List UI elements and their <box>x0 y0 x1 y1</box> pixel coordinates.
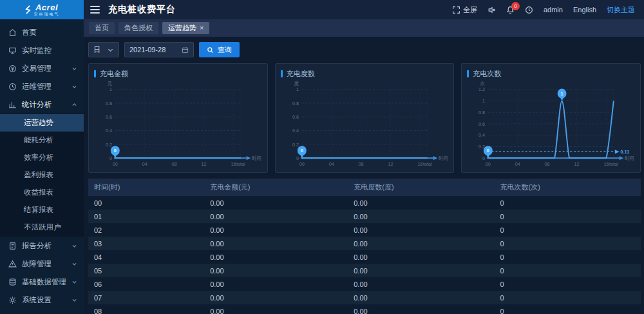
query-button[interactable]: 查询 <box>199 42 240 57</box>
table-cell: 0.00 <box>204 250 348 264</box>
sidebar-subitem-4-2[interactable]: 效率分析 <box>0 149 84 166</box>
tab-close-icon[interactable]: × <box>200 25 204 32</box>
table-row[interactable]: 020.000.000 <box>88 223 641 237</box>
notifications-button[interactable]: 0 <box>506 6 515 14</box>
table-cell: 0.00 <box>348 277 494 291</box>
theme-switch-button[interactable]: 切换主题 <box>607 5 635 15</box>
svg-text:1: 1 <box>109 86 112 92</box>
title-bar-icon <box>94 70 96 77</box>
date-input[interactable]: 2021-09-28 <box>124 42 194 57</box>
svg-text:0: 0 <box>109 155 112 161</box>
chevron-down-icon <box>107 46 114 54</box>
clock-icon <box>8 83 17 91</box>
svg-text:0: 0 <box>114 148 117 153</box>
chevron-down-icon <box>71 261 77 267</box>
table-cell: 0 <box>495 237 641 250</box>
table-cell: 0.00 <box>348 237 494 250</box>
stats-icon <box>8 101 17 109</box>
sidebar-item-0[interactable]: 首页 <box>0 23 84 41</box>
sidebar-item-label: 首页 <box>22 28 37 37</box>
home-icon <box>8 28 17 37</box>
sidebar-item-label: 基础数据管理 <box>22 277 66 287</box>
table-cell: 0.00 <box>348 250 494 264</box>
svg-text:0: 0 <box>487 148 489 153</box>
sidebar-subitem-4-1[interactable]: 能耗分析 <box>0 132 84 149</box>
table-row[interactable]: 070.000.000 <box>88 291 641 304</box>
table-row[interactable]: 010.000.000 <box>88 210 641 223</box>
svg-text:00: 00 <box>113 161 118 166</box>
table-cell: 0.00 <box>204 277 348 291</box>
title-bar-icon <box>467 70 469 77</box>
svg-text:total: total <box>423 161 432 166</box>
svg-text:0.8: 0.8 <box>292 100 299 106</box>
table-row[interactable]: 060.000.000 <box>88 277 641 291</box>
svg-text:04: 04 <box>515 161 520 166</box>
sidebar-item-4[interactable]: 统计分析 <box>0 95 84 113</box>
sidebar-item-8[interactable]: 系统设置 <box>0 291 84 309</box>
tab-label: 角色授权 <box>124 23 153 33</box>
sidebar-item-7[interactable]: 基础数据管理 <box>0 273 84 291</box>
brand-subtitle: 安科瑞电气 <box>34 12 60 16</box>
notification-badge: 0 <box>511 2 520 10</box>
table-row[interactable]: 040.000.000 <box>88 250 641 264</box>
svg-text:1: 1 <box>482 98 485 104</box>
table-cell: 0.00 <box>204 304 348 314</box>
tab-1[interactable]: 角色授权 <box>118 22 158 34</box>
sidebar-subitem-4-6[interactable]: 不活跃用户 <box>0 219 84 236</box>
table-cell: 01 <box>88 210 204 223</box>
brand-name: Acrel <box>35 3 58 12</box>
user-menu[interactable]: admin <box>544 6 563 14</box>
table-cell: 0.00 <box>348 291 494 304</box>
sidebar-subitem-4-3[interactable]: 盈利报表 <box>0 166 84 184</box>
period-select[interactable]: 日 <box>88 42 119 57</box>
hourly-data-table: 时间(时)充电金额(元)充电度数(度)充电次数(次) 000.000.00001… <box>88 179 641 314</box>
sidebar-item-6[interactable]: 故障管理 <box>0 255 84 273</box>
svg-text:04: 04 <box>142 161 147 166</box>
monitor-icon <box>8 46 17 55</box>
sidebar-item-5[interactable]: 报告分析 <box>0 237 84 255</box>
table-row[interactable]: 030.000.000 <box>88 237 641 250</box>
fullscreen-button[interactable]: 全屏 <box>452 5 477 15</box>
svg-text:16: 16 <box>417 161 422 166</box>
table-cell: 0.00 <box>348 304 494 314</box>
table-row[interactable]: 000.000.000 <box>88 196 641 210</box>
svg-text:元: 元 <box>108 81 113 86</box>
language-switcher[interactable]: English <box>573 6 596 14</box>
acrel-logo-icon <box>24 5 32 14</box>
history-button[interactable] <box>525 6 533 14</box>
sidebar-item-3[interactable]: 运维管理 <box>0 77 84 95</box>
sidebar-item-9[interactable]: 日志管理 <box>0 309 84 314</box>
svg-text:0: 0 <box>296 155 299 161</box>
sound-button[interactable] <box>488 6 496 14</box>
svg-text:12: 12 <box>574 161 580 166</box>
tab-0[interactable]: 首页 <box>89 22 115 34</box>
svg-text:08: 08 <box>358 161 363 166</box>
table-cell: 0.00 <box>204 223 348 237</box>
sidebar-subitem-4-4[interactable]: 收益报表 <box>0 184 84 201</box>
table-row[interactable]: 050.000.000 <box>88 264 641 277</box>
table-cell: 03 <box>88 237 204 250</box>
chart-panel-1: 充电度数00.20.40.60.81度时间0004081216total 0 <box>275 63 455 173</box>
svg-text:时间: 时间 <box>252 155 261 161</box>
line-chart: 00.20.40.60.81元时间0004081216total 0 <box>94 79 263 172</box>
sidebar-subitem-4-5[interactable]: 结算报表 <box>0 201 84 219</box>
table-cell: 0.00 <box>204 210 348 223</box>
app-root: Acrel 安科瑞电气 首页实时监控交易管理运维管理统计分析运营趋势能耗分析效率… <box>0 0 644 314</box>
hourly-table-wrap: 时间(时)充电金额(元)充电度数(度)充电次数(次) 000.000.00001… <box>88 179 641 314</box>
table-cell: 0.00 <box>348 210 494 223</box>
table-cell: 0.00 <box>348 196 494 210</box>
sidebar-item-2[interactable]: 交易管理 <box>0 59 84 77</box>
menu-collapse-icon[interactable] <box>90 6 100 14</box>
tab-2[interactable]: 运营趋势× <box>162 22 209 34</box>
chevron-down-icon <box>71 297 77 303</box>
sidebar-subitem-4-0[interactable]: 运营趋势 <box>0 114 84 132</box>
sidebar-item-label: 运维管理 <box>22 82 52 92</box>
chevron-down-icon <box>71 279 77 285</box>
table-cell: 02 <box>88 223 204 237</box>
table-row[interactable]: 080.000.000 <box>88 304 641 314</box>
table-header: 充电金额(元) <box>204 179 348 196</box>
svg-text:0.4: 0.4 <box>478 132 485 138</box>
tab-label: 运营趋势 <box>168 23 196 33</box>
sidebar-item-1[interactable]: 实时监控 <box>0 41 84 59</box>
svg-text:1.2: 1.2 <box>478 86 485 92</box>
